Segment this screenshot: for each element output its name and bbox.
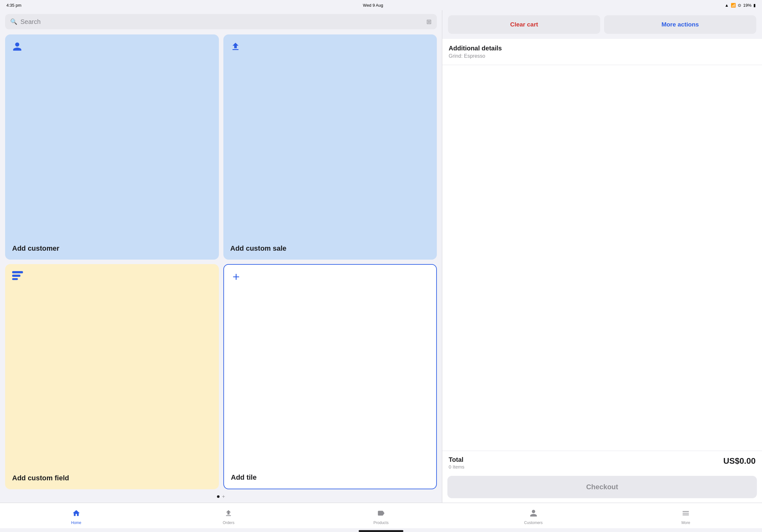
upload-icon: [230, 41, 430, 54]
nav-item-orders[interactable]: Orders: [153, 503, 305, 528]
nav-item-products[interactable]: Products: [305, 503, 457, 528]
add-custom-field-label: Add custom field: [12, 474, 212, 482]
cart-spacer: [442, 65, 762, 451]
svg-rect-2: [12, 278, 18, 280]
cart-total-left: Total 0 Items: [449, 456, 464, 470]
right-panel: Clear cart More actions Additional detai…: [442, 10, 762, 503]
page-indicator: +: [5, 489, 437, 503]
nav-products-label: Products: [373, 520, 388, 525]
cart-total-row: Total 0 Items US$0.00: [449, 456, 756, 470]
nav-customers-label: Customers: [524, 520, 543, 525]
bottom-nav: Home Orders Products Customers: [0, 503, 762, 528]
left-panel: 🔍 Search ⊞ Add customer: [0, 10, 442, 503]
page-add-icon[interactable]: +: [222, 494, 225, 499]
status-bar: 4:35 pm Wed 9 Aug ▲ 📶 ⊙ 19% ▮: [0, 0, 762, 10]
more-icon: [682, 509, 690, 519]
additional-details-subtitle: Grind: Espresso: [449, 53, 756, 59]
total-label: Total: [449, 456, 464, 463]
add-customer-tile[interactable]: Add customer: [5, 34, 219, 260]
search-icon: 🔍: [10, 18, 17, 25]
plus-icon: [231, 272, 429, 284]
add-customer-label: Add customer: [12, 244, 212, 253]
nav-more-label: More: [682, 520, 690, 525]
battery-icon: ▮: [753, 3, 756, 8]
home-icon: [72, 509, 80, 519]
app-body: 🔍 Search ⊞ Add customer: [0, 10, 762, 503]
add-custom-sale-label: Add custom sale: [230, 244, 430, 253]
total-items: 0 Items: [449, 464, 464, 470]
total-amount: US$0.00: [724, 456, 756, 466]
add-tile-tile[interactable]: Add tile: [223, 264, 437, 489]
nav-item-customers[interactable]: Customers: [457, 503, 610, 528]
add-custom-field-tile[interactable]: Add custom field: [5, 264, 219, 489]
status-time: 4:35 pm: [6, 3, 21, 8]
camera-icon: ⊙: [738, 3, 741, 8]
nav-item-more[interactable]: More: [609, 503, 762, 528]
add-custom-sale-tile[interactable]: Add custom sale: [223, 34, 437, 260]
checkout-button: Checkout: [447, 476, 757, 498]
stack-icon: [12, 271, 212, 281]
more-actions-button[interactable]: More actions: [604, 15, 756, 34]
nav-orders-label: Orders: [223, 520, 235, 525]
svg-rect-1: [12, 275, 21, 277]
additional-details-title: Additional details: [449, 45, 756, 52]
tiles-grid: Add customer Add custom sale: [5, 34, 437, 489]
orders-icon: [224, 509, 233, 519]
status-date: Wed 9 Aug: [363, 3, 383, 8]
person-icon: [12, 41, 212, 54]
products-icon: [377, 509, 385, 519]
customers-icon: [529, 509, 538, 519]
search-input[interactable]: Search: [21, 18, 423, 26]
clear-cart-button[interactable]: Clear cart: [448, 15, 600, 34]
page-dot-active: [217, 495, 219, 498]
barcode-icon[interactable]: ⊞: [426, 18, 432, 26]
cart-total-section: Total 0 Items US$0.00: [442, 451, 762, 473]
search-bar[interactable]: 🔍 Search ⊞: [5, 14, 437, 29]
svg-rect-0: [12, 271, 23, 273]
add-tile-label: Add tile: [231, 473, 429, 482]
wifi-icon: 📶: [731, 3, 736, 8]
right-top-bar: Clear cart More actions: [442, 10, 762, 39]
additional-details-section: Additional details Grind: Espresso: [442, 39, 762, 65]
home-bar: [359, 530, 403, 532]
nav-home-label: Home: [71, 520, 81, 525]
location-icon: ▲: [725, 3, 729, 8]
status-right: ▲ 📶 ⊙ 19% ▮: [725, 3, 756, 8]
battery-level: 19%: [743, 3, 751, 8]
nav-item-home[interactable]: Home: [0, 503, 153, 528]
